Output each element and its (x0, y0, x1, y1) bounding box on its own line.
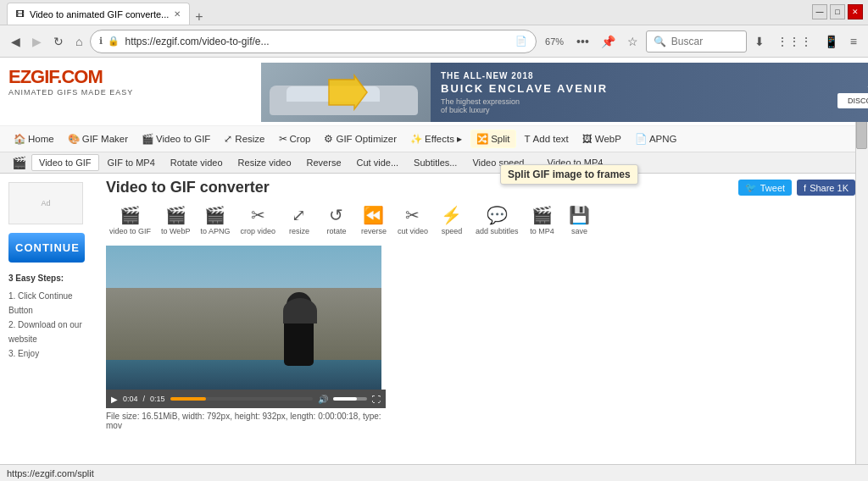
page-title-row: Video to GIF converter 🐦 Tweet f Share 1… (106, 179, 855, 196)
tooltip-text: Split GIF image to frames (508, 169, 631, 180)
active-tab[interactable]: 🎞 Video to animated GIF converte... ✕ (7, 3, 190, 25)
tool-reverse[interactable]: ⏪ reverse (357, 202, 391, 239)
pocket-button[interactable]: 📌 (597, 31, 620, 52)
tool-to-webp[interactable]: 🎬 to WebP (158, 202, 193, 239)
nav-gif-optimizer[interactable]: ⚙ GIF Optimizer (319, 130, 402, 147)
tool-icon-mp4: 🎬 (531, 205, 553, 225)
sub-nav-cut-video[interactable]: Cut vide... (350, 155, 406, 170)
nav-home[interactable]: 🏠 Home (8, 130, 59, 147)
sub-nav-reverse[interactable]: Reverse (300, 155, 348, 170)
address-bar-wrap: ℹ 🔒 📄 (90, 30, 537, 53)
text-icon: T (525, 134, 531, 144)
sub-nav-resize-video[interactable]: Resize video (231, 155, 298, 170)
tool-icon-speed: ⚡ (441, 205, 462, 225)
file-info: File size: 16.51MiB, width: 792px, heigh… (106, 412, 386, 430)
tool-speed[interactable]: ⚡ speed (435, 202, 469, 239)
bookmark-button[interactable]: ☆ (623, 31, 643, 52)
download-button[interactable]: ⬇ (750, 31, 769, 52)
webp-icon: 🖼 (582, 134, 593, 144)
history-button[interactable]: ⋮⋮⋮ (772, 31, 816, 52)
ad-cta-area: BUICK DISCOVER MORE → (827, 70, 868, 115)
logo-text[interactable]: EZGIF.COM (8, 66, 161, 88)
status-bar: https://ezgif.com/split (0, 464, 868, 481)
tweet-button[interactable]: 🐦 Tweet (738, 180, 792, 196)
person-hair (283, 298, 317, 323)
tool-icon-cut: ✂ (405, 205, 420, 225)
tool-icon-resize: ⤢ (292, 205, 306, 225)
reader-icon[interactable]: 📄 (515, 36, 527, 47)
tool-to-apng[interactable]: 🎬 to APNG (197, 202, 233, 239)
close-button[interactable]: ✕ (848, 4, 863, 19)
tool-save[interactable]: 💾 save (563, 202, 597, 239)
sync-button[interactable]: 📱 (820, 31, 843, 52)
facebook-share-button[interactable]: f Share 1K (797, 180, 855, 196)
more-button[interactable]: ••• (572, 31, 593, 52)
scrollbar-track[interactable] (855, 115, 868, 481)
step1: 1. Click Continue Button (8, 289, 85, 318)
page-content: EZGIF.COM ANIMATED GIFS MADE EASY THE AL… (0, 58, 868, 481)
tool-crop-video[interactable]: ✂ crop video (236, 202, 279, 239)
sub-nav-video-thumb[interactable]: 🎬 (8, 154, 30, 171)
water (106, 360, 381, 390)
volume-slider[interactable] (333, 397, 367, 401)
total-time: 0:15 (150, 395, 165, 403)
nav-gif-maker[interactable]: 🎨 GIF Maker (63, 130, 133, 147)
tab-title: Video to animated GIF converte... (30, 9, 169, 19)
tool-rotate[interactable]: ↺ rotate (320, 202, 353, 239)
ad-banner: THE ALL-NEW 2018 BUICK ENCLAVE AVENIR Th… (261, 63, 868, 122)
continue-button[interactable]: CONTINUE (8, 233, 85, 263)
minimize-button[interactable]: — (812, 4, 827, 19)
tool-icon-crop: ✂ (251, 205, 265, 225)
ad-cta-button[interactable]: DISCOVER MORE → (837, 93, 868, 108)
arrow-indicator (320, 71, 371, 113)
share-buttons: 🐦 Tweet f Share 1K (738, 180, 855, 196)
search-input[interactable] (671, 36, 739, 47)
video-controls: ▶ 0:04 / 0:15 🔊 ⛶ (106, 390, 386, 408)
site-logo: EZGIF.COM ANIMATED GIFS MADE EASY (0, 58, 170, 100)
video-area: ▶ 0:04 / 0:15 🔊 ⛶ File size: 16.51MiB, w… (106, 246, 386, 430)
refresh-button[interactable]: ↻ (49, 31, 68, 52)
nav-split[interactable]: 🔀 Split (470, 130, 515, 148)
status-url: https://ezgif.com/split (7, 468, 94, 478)
nav-crop[interactable]: ✂ Crop (274, 130, 316, 147)
tool-resize[interactable]: ⤢ resize (282, 202, 316, 239)
maximize-button[interactable]: □ (830, 4, 845, 19)
fullscreen-button[interactable]: ⛶ (372, 395, 381, 404)
sub-nav-video-to-gif[interactable]: Video to GIF (31, 154, 99, 171)
address-input[interactable] (125, 36, 510, 47)
home-button[interactable]: ⌂ (71, 31, 86, 52)
secure-icon: 🔒 (108, 36, 120, 47)
volume-icon[interactable]: 🔊 (318, 395, 328, 404)
play-button[interactable]: ▶ (111, 395, 118, 404)
tool-to-mp4[interactable]: 🎬 to MP4 (526, 202, 559, 239)
tool-subtitles[interactable]: 💬 add subtitles (472, 202, 522, 239)
sub-nav-gif-to-mp4[interactable]: GIF to MP4 (101, 155, 162, 170)
sidebar-ad: Ad (8, 182, 83, 224)
sub-nav-subtitles[interactable]: Subtitles... (407, 155, 464, 170)
menu-button[interactable]: ≡ (846, 31, 861, 52)
back-button[interactable]: ◀ (7, 31, 25, 52)
main-layout: Ad CONTINUE 3 Easy Steps: 1. Click Conti… (0, 174, 868, 481)
new-tab-button[interactable]: + (190, 9, 208, 25)
tool-cut-video[interactable]: ✂ cut video (394, 202, 431, 239)
info-icon: ℹ (99, 36, 103, 47)
nav-apng[interactable]: 📄 APNG (630, 130, 682, 147)
zoom-level[interactable]: 67% (540, 35, 569, 48)
sub-nav: 🎬 Video to GIF GIF to MP4 Rotate video R… (0, 152, 868, 174)
home-nav-icon: 🏠 (14, 133, 25, 145)
tab-close-btn[interactable]: ✕ (174, 9, 181, 19)
tab-icon: 🎞 (16, 9, 25, 19)
progress-bar[interactable] (170, 397, 313, 401)
crop-nav-icon: ✂ (279, 133, 287, 145)
gif-maker-icon: 🎨 (68, 133, 80, 145)
sub-nav-rotate-video[interactable]: Rotate video (164, 155, 230, 170)
tool-video-to-gif[interactable]: 🎬 video to GIF (106, 202, 154, 239)
forward-button[interactable]: ▶ (28, 31, 46, 52)
nav-effects[interactable]: ✨ Effects ▸ (405, 130, 467, 147)
nav-webp[interactable]: 🖼 WebP (577, 131, 626, 147)
nav-add-text[interactable]: T Add text (520, 131, 574, 147)
video-thumb-icon: 🎬 (12, 156, 26, 169)
optimizer-icon: ⚙ (324, 133, 333, 145)
nav-resize[interactable]: ⤢ Resize (219, 130, 270, 147)
nav-video-to-gif[interactable]: 🎬 Video to GIF (136, 130, 215, 147)
